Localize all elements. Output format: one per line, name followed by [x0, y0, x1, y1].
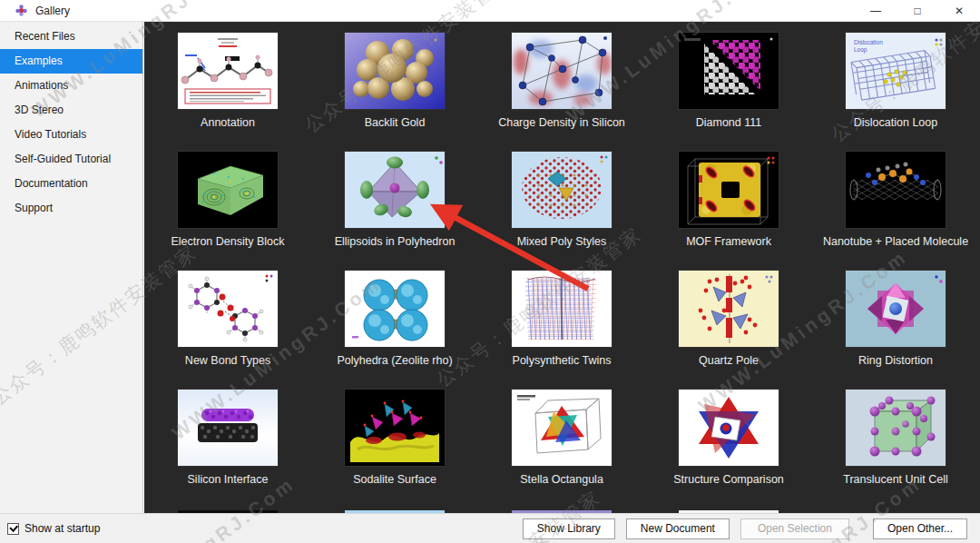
- polysynthetic-twins-thumbnail: [512, 271, 612, 347]
- gallery-item-label: Nanotube + Placed Molecule: [823, 235, 968, 248]
- gallery-item-mixed-poly-styles[interactable]: Mixed Poly Styles: [478, 145, 645, 264]
- close-button[interactable]: ✕: [938, 0, 980, 21]
- show-library-button[interactable]: Show Library: [523, 518, 615, 539]
- gallery-item-annotation[interactable]: Annotation: [144, 26, 311, 145]
- gallery-item-polyhedra-zeolite-rho[interactable]: Polyhedra (Zeolite rho): [311, 264, 478, 383]
- sidebar-item-self-guided-tutorial[interactable]: Self-Guided Tutorial: [0, 147, 142, 172]
- gallery-item-label: Translucent Unit Cell: [843, 473, 948, 486]
- gallery-item-label: Backlit Gold: [365, 116, 426, 129]
- gallery-item-label: Mixed Poly Styles: [517, 235, 607, 248]
- backlit-gold-thumbnail: [345, 33, 445, 109]
- gallery-item-mof-framework[interactable]: MOF Framework: [645, 145, 812, 264]
- mixed-poly-styles-thumbnail: [512, 152, 612, 228]
- titlebar: Gallery — □ ✕: [0, 0, 980, 22]
- gallery-item-new-bond-types[interactable]: New Bond Types: [144, 264, 311, 383]
- gallery-item-nanotube-placed-molecule[interactable]: Nanotube + Placed Molecule: [812, 145, 979, 264]
- gallery-item-charge-density-in-silicon[interactable]: Charge Density in Silicon: [478, 26, 645, 145]
- gallery-item-stella-octangula[interactable]: Stella Octangula: [478, 383, 645, 502]
- charge-density-thumbnail: [512, 33, 612, 109]
- sodalite-surface-thumbnail: [345, 390, 445, 466]
- polyhedra-zeolite-rho-thumbnail: [345, 271, 445, 347]
- gallery-item-label: MOF Framework: [686, 235, 771, 248]
- new-bond-types-thumbnail: [178, 271, 278, 347]
- gallery-item-translucent-unit-cell[interactable]: Translucent Unit Cell: [812, 383, 979, 502]
- gallery-item-label: Charge Density in Silicon: [498, 116, 625, 129]
- gallery-item-label: Diamond 111: [696, 116, 762, 129]
- gallery-item-structure-comparison[interactable]: Structure Comparison: [645, 383, 812, 502]
- gallery-item-label: Silicon Interface: [188, 473, 269, 486]
- gallery-item-dislocation-loop[interactable]: Dislocation Loop Dislocation Loop: [812, 26, 979, 145]
- open-selection-button[interactable]: Open Selection: [740, 518, 849, 539]
- app-icon: [15, 4, 28, 17]
- gallery-item-label: Stella Octangula: [520, 473, 603, 486]
- translucent-unit-cell-thumbnail: [846, 390, 946, 466]
- ellipsoids-in-polyhedron-thumbnail: [345, 152, 445, 228]
- gallery-item-label: Polyhedra (Zeolite rho): [337, 354, 452, 367]
- gallery-item-label: New Bond Types: [185, 354, 270, 367]
- sidebar: Recent Files Examples Animations 3D Ster…: [0, 21, 143, 513]
- sidebar-item-recent-files[interactable]: Recent Files: [0, 25, 142, 49]
- gallery-item-diamond-111[interactable]: Diamond 111: [645, 26, 812, 145]
- show-at-startup-checkbox[interactable]: Show at startup: [7, 522, 100, 535]
- annotation-thumbnail: [178, 33, 278, 109]
- gallery-item-label: Quartz Pole: [699, 354, 759, 367]
- electron-density-block-thumbnail: [178, 152, 278, 228]
- gallery-item-label: Dislocation Loop: [854, 116, 937, 129]
- footer-bar: Show at startup Show Library New Documen…: [0, 513, 980, 543]
- thumb-caption-line2: Loop: [854, 46, 867, 54]
- gallery-item-label: Annotation: [201, 116, 255, 129]
- gallery-grid: Annotation Backlit Gold: [144, 21, 980, 502]
- sidebar-item-3d-stereo[interactable]: 3D Stereo: [0, 98, 142, 123]
- minimize-button[interactable]: —: [855, 0, 897, 21]
- gallery-item-label: Structure Comparison: [673, 473, 784, 486]
- gallery-item-backlit-gold[interactable]: Backlit Gold: [311, 26, 478, 145]
- ring-distortion-thumbnail: [846, 271, 946, 347]
- gallery-item-ring-distortion[interactable]: Ring Distortion: [812, 264, 979, 383]
- gallery-item-label: Electron Density Block: [171, 235, 284, 248]
- gallery-item-label: Ring Distortion: [858, 354, 933, 367]
- gallery-item-label: Sodalite Surface: [353, 473, 436, 486]
- window-title: Gallery: [35, 5, 70, 17]
- gallery-item-ellipsoids-in-polyhedron[interactable]: Ellipsoids in Polyhedron: [311, 145, 478, 264]
- structure-comparison-thumbnail: [679, 390, 779, 466]
- checkbox-label: Show at startup: [24, 522, 100, 535]
- sidebar-item-documentation[interactable]: Documentation: [0, 172, 142, 196]
- stella-octangula-thumbnail: [512, 390, 612, 466]
- silicon-interface-thumbnail: [178, 390, 278, 466]
- quartz-pole-thumbnail: [679, 271, 779, 347]
- sidebar-item-support[interactable]: Support: [0, 196, 142, 221]
- gallery-item-label: Ellipsoids in Polyhedron: [335, 235, 456, 248]
- nanotube-thumbnail: [846, 152, 946, 228]
- gallery-item-electron-density-block[interactable]: Electron Density Block: [144, 145, 311, 264]
- footer-buttons: Show Library New Document Open Selection…: [512, 518, 980, 539]
- new-document-button[interactable]: New Document: [626, 518, 730, 539]
- sidebar-item-animations[interactable]: Animations: [0, 74, 142, 98]
- dislocation-loop-thumbnail: Dislocation Loop: [846, 33, 946, 109]
- gallery-item-silicon-interface[interactable]: Silicon Interface: [144, 383, 311, 502]
- thumb-caption-line1: Dislocation: [854, 39, 883, 45]
- maximize-button[interactable]: □: [897, 0, 938, 21]
- gallery-item-label: Polysynthetic Twins: [513, 354, 612, 367]
- window-controls: — □ ✕: [855, 0, 980, 21]
- checkbox-checked-icon[interactable]: [7, 523, 19, 535]
- sidebar-item-video-tutorials[interactable]: Video Tutorials: [0, 123, 142, 147]
- gallery-panel: Annotation Backlit Gold: [144, 21, 980, 513]
- gallery-item-sodalite-surface[interactable]: Sodalite Surface: [311, 383, 478, 502]
- open-other-button[interactable]: Open Other...: [873, 518, 967, 539]
- gallery-item-polysynthetic-twins[interactable]: Polysynthetic Twins: [478, 264, 645, 383]
- sidebar-item-examples[interactable]: Examples: [0, 49, 142, 74]
- diamond-111-thumbnail: [679, 33, 779, 109]
- gallery-item-quartz-pole[interactable]: Quartz Pole: [645, 264, 812, 383]
- mof-framework-thumbnail: [679, 152, 779, 228]
